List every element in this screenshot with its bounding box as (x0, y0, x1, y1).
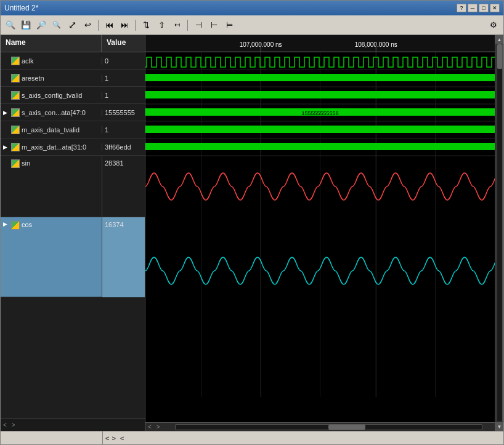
maximize-button[interactable]: □ (479, 4, 489, 12)
s-axis-config-data-icon (11, 108, 20, 117)
svg-text:155555555556: 155555555556 (301, 110, 338, 116)
signal-row-m-axis-data[interactable]: ▶ m_axis_dat...ata[31:0 3ff66edd (1, 138, 145, 156)
scroll-right-btn[interactable]: > (154, 423, 163, 430)
signal-list: aclk 0 aresetn 1 (1, 52, 145, 419)
window-title: Untitled 2* (4, 4, 38, 12)
separator-3 (187, 20, 188, 31)
marker1-icon[interactable]: ⊣ (192, 18, 205, 32)
aresetn-label: aresetn (22, 74, 44, 82)
signal-name-cos: ▶ cos (1, 217, 102, 297)
add-wave-down-icon[interactable]: ⇧ (155, 18, 168, 32)
scroll-down-button[interactable]: ▼ (495, 422, 504, 431)
search-icon[interactable]: 🔍 (4, 18, 17, 32)
left-panel: Name Value aclk 0 (1, 35, 145, 431)
sin-label: sin (22, 159, 30, 167)
help-button[interactable]: ? (457, 4, 466, 12)
insert-icon[interactable]: ↤ (170, 18, 184, 32)
zoom-in-icon[interactable]: 🔎 (35, 18, 48, 32)
name-column-header: Name (1, 35, 102, 52)
expand-cos[interactable]: ▶ (3, 221, 9, 227)
cos-value: 16374 (102, 217, 145, 297)
status-bar: < > < (1, 431, 503, 444)
aclk-label: aclk (22, 57, 34, 65)
status-scroll-end[interactable]: < (120, 435, 124, 442)
horizontal-scrollbar: < > (145, 422, 495, 431)
m-axis-data-value: 3ff66edd (102, 143, 145, 151)
signal-name-sin: sin (1, 156, 102, 217)
status-scroll-left[interactable]: < (105, 435, 109, 442)
scroll-track[interactable] (497, 44, 503, 422)
signal-row-cos[interactable]: ▶ cos 16374 (1, 217, 145, 297)
status-divider (102, 431, 103, 444)
right-area: 107,000.000 ns 108,000.000 ns (145, 35, 503, 431)
scroll-thumb[interactable] (497, 44, 502, 69)
main-area: Name Value aclk 0 (1, 35, 503, 431)
expand-m-axis-data[interactable]: ▶ (3, 144, 9, 150)
waveform-svg: 155555555556 (145, 52, 495, 397)
go-end-icon[interactable]: ⏭ (118, 18, 131, 32)
tracks-container: 155555555556 (145, 52, 495, 422)
title-bar: Untitled 2* ? ─ □ ✕ (1, 1, 503, 15)
config-tvalid-icon (11, 91, 20, 100)
config-tvalid-label: s_axis_config_tvalid (22, 92, 82, 99)
signal-name-aresetn: aresetn (1, 74, 102, 82)
aclk-icon (11, 57, 20, 65)
s-axis-config-data-value: 15555555 (102, 109, 145, 116)
separator-2 (135, 20, 136, 31)
m-axis-tvalid-value: 1 (102, 126, 145, 134)
marker3-icon[interactable]: ⊨ (222, 18, 236, 32)
scroll-up-button[interactable]: ▲ (495, 35, 504, 44)
m-axis-data-label: m_axis_dat...ata[31:0 (22, 143, 86, 151)
sin-value: 28381 (102, 156, 145, 217)
ruler-ticks (145, 35, 495, 52)
config-tvalid-value: 1 (102, 92, 145, 99)
window-controls: ? ─ □ ✕ (457, 4, 500, 12)
zoom-out-icon[interactable]: 🔍 (50, 18, 63, 32)
m-axis-tvalid-icon (11, 126, 20, 134)
toolbar: 🔍 💾 🔎 🔍 ⤢ ↩ ⏮ ⏭ ⇅ ⇧ ↤ ⊣ ⊢ ⊨ ⚙ (1, 15, 503, 35)
signal-row-m-axis-tvalid[interactable]: m_axis_data_tvalid 1 (1, 121, 145, 138)
status-scroll-right[interactable]: > (112, 435, 115, 442)
signal-row-sin[interactable]: sin 28381 (1, 156, 145, 217)
status-left (4, 435, 100, 442)
scrollbar-track[interactable] (175, 424, 482, 430)
s-axis-config-data-label: s_axis_con...ata[47:0 (22, 109, 86, 116)
m-axis-data-icon (11, 143, 20, 151)
signal-row-aclk[interactable]: aclk 0 (1, 52, 145, 70)
expand-s-axis-config-data[interactable]: ▶ (3, 110, 9, 116)
marker2-icon[interactable]: ⊢ (207, 18, 221, 32)
cos-icon (11, 221, 20, 230)
save-icon[interactable]: 💾 (19, 18, 33, 32)
left-scroll-right[interactable]: > (9, 422, 18, 428)
m-axis-tvalid-label: m_axis_data_tvalid (22, 126, 79, 134)
aresetn-icon (11, 74, 20, 82)
signal-row-config-tvalid[interactable]: s_axis_config_tvalid 1 (1, 87, 145, 104)
left-scroll-left[interactable]: < (1, 422, 9, 428)
svg-rect-15 (145, 91, 495, 98)
signal-name-aclk: aclk (1, 57, 102, 65)
left-panel-bottom-nav: < > (1, 419, 145, 431)
panel-header: Name Value (1, 35, 145, 52)
back-icon[interactable]: ↩ (81, 18, 94, 32)
sin-icon (11, 159, 20, 168)
signal-name-m-axis-tvalid: m_axis_data_tvalid (1, 126, 102, 134)
time-ruler: 107,000.000 ns 108,000.000 ns (145, 35, 495, 52)
scrollbar-thumb[interactable] (328, 425, 365, 430)
minimize-button[interactable]: ─ (468, 4, 478, 12)
cos-label: cos (22, 221, 32, 228)
settings-icon[interactable]: ⚙ (487, 18, 500, 32)
go-start-icon[interactable]: ⏮ (102, 18, 116, 32)
svg-rect-18 (145, 126, 495, 133)
waveform-area: 107,000.000 ns 108,000.000 ns (145, 35, 495, 431)
signal-row-s-axis-config-data[interactable]: ▶ s_axis_con...ata[47:0 15555555 (1, 104, 145, 121)
fit-icon[interactable]: ⤢ (65, 18, 79, 32)
signal-name-m-axis-data: ▶ m_axis_dat...ata[31:0 (1, 143, 102, 151)
add-wave-up-icon[interactable]: ⇅ (139, 18, 153, 32)
close-button[interactable]: ✕ (490, 4, 500, 12)
main-window: Untitled 2* ? ─ □ ✕ 🔍 💾 🔎 🔍 ⤢ ↩ ⏮ ⏭ ⇅ ⇧ … (0, 0, 504, 445)
signal-name-config-tvalid: s_axis_config_tvalid (1, 91, 102, 100)
right-with-scrollbar: 107,000.000 ns 108,000.000 ns (145, 35, 503, 431)
signal-name-s-axis-config-data: ▶ s_axis_con...ata[47:0 (1, 108, 102, 117)
scroll-left-btn[interactable]: < (145, 423, 154, 430)
signal-row-aresetn[interactable]: aresetn 1 (1, 70, 145, 87)
